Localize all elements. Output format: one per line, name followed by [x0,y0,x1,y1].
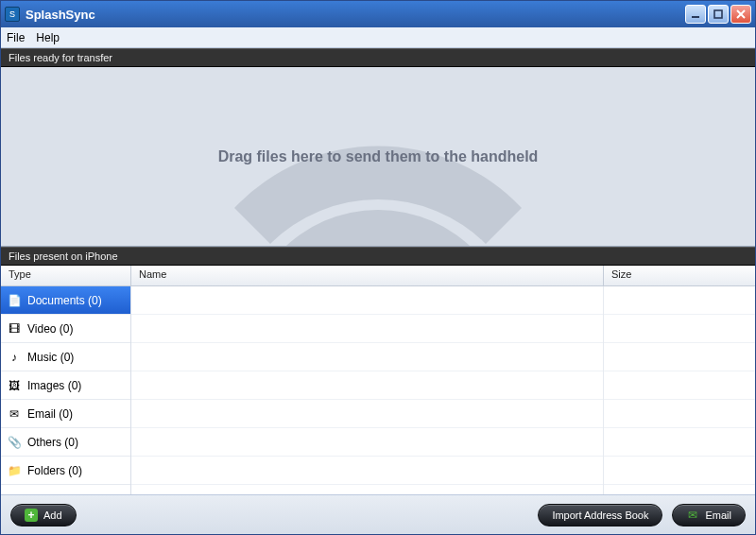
name-column-body [131,286,604,494]
svg-rect-1 [714,10,722,18]
type-icon: ✉ [7,406,22,422]
files-area: Type Name Size 📄Documents (0)🎞Video (0)♪… [1,266,755,494]
menu-bar: File Help [1,27,755,48]
app-window: S SplashSync File Help Files ready for t… [0,0,756,535]
type-label: Music (0) [27,351,74,364]
type-label: Images (0) [27,379,81,392]
type-row[interactable]: ✉Email (0) [1,400,130,428]
table-header: Type Name Size [1,266,755,286]
type-row[interactable]: 🖼Images (0) [1,371,130,400]
type-row[interactable]: 📁Folders (0) [1,457,130,485]
column-name[interactable]: Name [131,266,604,285]
window-title: SplashSync [26,8,685,22]
import-button-label: Import Address Book [552,509,648,521]
close-button[interactable] [730,5,751,24]
table-row [131,286,603,315]
import-address-book-button[interactable]: Import Address Book [538,504,662,526]
minimize-button[interactable] [685,5,706,24]
type-icon: 🎞 [7,321,22,337]
table-row [131,371,603,400]
app-icon: S [5,7,20,22]
present-section-header: Files present on iPhone [1,247,755,266]
type-icon: 📄 [7,293,22,308]
menu-help[interactable]: Help [36,31,60,44]
table-row [604,371,755,400]
table-row [604,428,755,457]
maximize-button[interactable] [708,5,729,24]
column-type[interactable]: Type [1,266,131,285]
column-size[interactable]: Size [604,266,755,285]
email-button[interactable]: ✉ Email [672,504,746,526]
type-label: Others (0) [27,436,78,449]
table-row [604,286,755,315]
type-row[interactable]: ♪Music (0) [1,343,130,371]
add-button[interactable]: + Add [10,504,77,526]
type-icon: ♪ [7,350,22,365]
add-button-label: Add [43,509,62,521]
footer-bar: + Add Import Address Book ✉ Email [1,494,755,534]
type-row[interactable]: 🎞Video (0) [1,315,130,343]
transfer-section-header: Files ready for transfer [1,48,755,67]
type-icon: 📎 [7,435,22,450]
table-row [131,343,603,371]
window-controls [685,5,751,24]
email-button-label: Email [705,509,731,521]
title-bar: S SplashSync [1,1,755,27]
size-column-body [604,286,755,494]
table-row [604,315,755,343]
type-row[interactable]: 📎Others (0) [1,428,130,457]
drop-zone[interactable]: Drag files here to send them to the hand… [1,67,755,247]
type-label: Video (0) [27,322,73,336]
drop-hint-text: Drag files here to send them to the hand… [218,148,539,165]
plus-icon: + [25,509,38,522]
type-row[interactable]: 📄Documents (0) [1,286,130,315]
envelope-icon: ✉ [686,509,699,522]
table-body: 📄Documents (0)🎞Video (0)♪Music (0)🖼Image… [1,286,755,494]
table-row [131,457,603,485]
type-label: Documents (0) [27,294,102,307]
type-list: 📄Documents (0)🎞Video (0)♪Music (0)🖼Image… [1,286,131,494]
table-row [604,343,755,371]
type-icon: 📁 [7,463,22,478]
table-row [604,457,755,485]
menu-file[interactable]: File [7,31,25,44]
table-row [131,315,603,343]
type-label: Email (0) [27,407,73,421]
type-label: Folders (0) [27,464,82,477]
table-row [131,400,603,428]
table-row [604,400,755,428]
type-icon: 🖼 [7,378,22,393]
table-row [131,428,603,457]
